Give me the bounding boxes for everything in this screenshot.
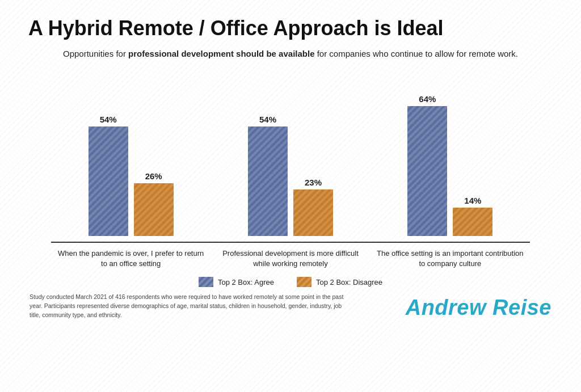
- legend-orange-label: Top 2 Box: Disagree: [316, 278, 382, 286]
- bar-group-group2: 54%23%: [210, 88, 370, 236]
- orange-bar-group1: [134, 183, 174, 236]
- legend-blue-label: Top 2 Box: Agree: [218, 278, 274, 286]
- page-title: A Hybrid Remote / Office Approach is Ide…: [28, 17, 553, 40]
- bars-group2: 54%23%: [248, 88, 333, 236]
- card: A Hybrid Remote / Office Approach is Ide…: [0, 0, 581, 392]
- bars-group1: 54%26%: [89, 88, 174, 236]
- orange-bar-group3: [453, 208, 492, 236]
- chart-area: 54%26%54%23%64%14%: [28, 71, 553, 236]
- blue-bar-group2: [248, 127, 288, 236]
- blue-pct-label-group3: 64%: [419, 94, 436, 104]
- labels-row: When the pandemic is over, I prefer to r…: [28, 243, 553, 269]
- orange-bar-wrapper-group3: 14%: [453, 196, 492, 236]
- subtitle-end: for companies who continue to allow for …: [314, 49, 518, 58]
- subtitle: Opportunities for professional developme…: [28, 48, 553, 61]
- blue-bar-wrapper-group1: 54%: [89, 115, 128, 236]
- legend-swatch-orange: [297, 277, 311, 287]
- bar-group-group3: 64%14%: [371, 88, 530, 236]
- legend-swatch-blue: [199, 277, 213, 287]
- bar-group-label-group1: When the pandemic is over, I prefer to r…: [51, 248, 210, 269]
- orange-bar-group2: [293, 189, 333, 236]
- bars-group3: 64%14%: [407, 88, 492, 236]
- bar-group-group1: 54%26%: [51, 88, 210, 236]
- orange-bar-wrapper-group2: 23%: [293, 178, 333, 236]
- orange-pct-label-group2: 23%: [305, 178, 322, 187]
- bar-group-label-group3: The office setting is an important contr…: [371, 248, 530, 269]
- subtitle-bold: professional development should be avail…: [128, 49, 314, 58]
- blue-bar-wrapper-group2: 54%: [248, 115, 288, 236]
- blue-pct-label-group1: 54%: [100, 115, 117, 124]
- legend-item-blue: Top 2 Box: Agree: [199, 277, 274, 287]
- footnote: Study conducted March 2021 of 416 respon…: [30, 293, 347, 319]
- orange-pct-label-group3: 14%: [464, 196, 481, 205]
- blue-pct-label-group2: 54%: [259, 115, 276, 124]
- legend: Top 2 Box: Agree Top 2 Box: Disagree: [28, 277, 553, 287]
- brand: Andrew Reise: [406, 296, 551, 320]
- legend-item-orange: Top 2 Box: Disagree: [297, 277, 382, 287]
- subtitle-plain: Opportunities for: [63, 49, 128, 58]
- bar-group-label-group2: Professional development is more difficu…: [210, 248, 370, 269]
- orange-bar-wrapper-group1: 26%: [134, 171, 174, 236]
- blue-bar-group3: [407, 106, 447, 236]
- blue-bar-group1: [89, 127, 128, 236]
- footer: Study conducted March 2021 of 416 respon…: [28, 293, 553, 319]
- orange-pct-label-group1: 26%: [145, 171, 162, 181]
- blue-bar-wrapper-group3: 64%: [407, 94, 447, 236]
